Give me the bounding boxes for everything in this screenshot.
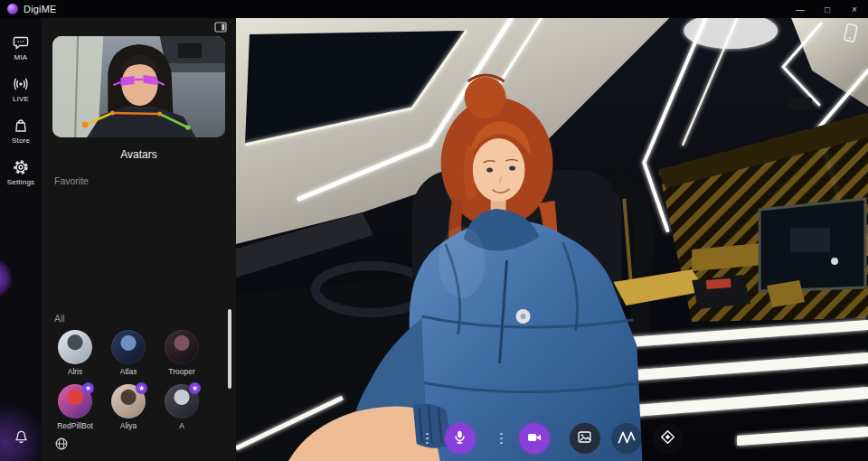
bell-icon: [14, 429, 29, 445]
avatar-item-a[interactable]: ★ A: [160, 384, 203, 430]
microphone-button[interactable]: [445, 423, 476, 454]
language-globe-icon[interactable]: [54, 437, 69, 455]
sidebar-label-store: Store: [12, 136, 30, 145]
scrollbar-thumb[interactable]: [228, 309, 231, 389]
avatar-item-aliya[interactable]: ★ Aliya: [107, 384, 150, 430]
effects-diamond-button[interactable]: [653, 423, 684, 454]
avatar-thumbnail: [165, 330, 199, 364]
sidebar-label-settings: Settings: [7, 178, 35, 186]
audio-wave-button[interactable]: [611, 423, 642, 454]
sidebar-item-mia[interactable]: MIA: [0, 27, 42, 69]
background-gallery-button[interactable]: [570, 423, 600, 454]
star-badge-icon: ★: [136, 382, 147, 394]
avatar-list: Alris Atlas Trooper ★ RedPillBot: [42, 330, 236, 430]
panel-header: [42, 18, 236, 34]
webcam-preview[interactable]: [52, 36, 225, 137]
app-window: DigiME — □ × MIA: [0, 0, 868, 461]
avatar-thumbnail: ★: [165, 384, 199, 419]
app-logo-icon: [7, 4, 18, 14]
avatar-item-redpillbot[interactable]: ★ RedPillBot: [53, 384, 97, 430]
camera-options-kebab-icon[interactable]: [495, 423, 508, 454]
star-badge-icon: ★: [82, 382, 94, 394]
chat-icon: [13, 34, 29, 51]
sidebar-item-settings[interactable]: Settings: [0, 152, 42, 193]
avatar-name: Atlas: [120, 367, 137, 376]
nav-sidebar: MIA LIVE: [0, 18, 42, 461]
window-controls: — □ ×: [787, 0, 868, 18]
scene-3d: [236, 18, 868, 461]
webcam-feed: [52, 36, 225, 137]
gear-icon: [13, 159, 29, 175]
titlebar: DigiME — □ ×: [0, 0, 868, 18]
viewport-3d: [236, 18, 868, 461]
mic-options-kebab-icon[interactable]: [421, 423, 434, 454]
microphone-icon: [452, 429, 467, 447]
collapse-panel-icon[interactable]: [214, 20, 227, 36]
favorite-empty-area: [42, 186, 236, 313]
avatar-item-trooper[interactable]: Trooper: [160, 330, 203, 376]
avatar-thumbnail: [111, 330, 146, 364]
avatar-name: Trooper: [168, 367, 194, 376]
store-bag-icon: [13, 118, 29, 134]
avatars-title: Avatars: [42, 148, 236, 161]
diamond-icon: [660, 429, 675, 447]
app-title: DigiME: [24, 4, 57, 14]
notifications-button[interactable]: [0, 422, 42, 452]
avatar-thumbnail: [58, 330, 92, 364]
avatar-name: RedPillBot: [57, 421, 93, 430]
avatar-thumbnail: ★: [58, 384, 92, 419]
star-badge-icon: ★: [189, 382, 201, 394]
waveform-icon: [618, 430, 636, 447]
broadcast-icon: [13, 76, 29, 92]
favorite-section-label: Favorite: [54, 175, 236, 186]
video-camera-icon: [526, 429, 542, 448]
avatar-panel: Avatars Favorite All Alris Atlas Trooper: [42, 18, 236, 461]
gallery-icon: [577, 429, 592, 447]
bottom-toolbar: [236, 423, 868, 454]
close-button[interactable]: ×: [841, 0, 868, 18]
sidebar-label-live: LIVE: [13, 95, 29, 103]
camera-button[interactable]: [519, 423, 550, 454]
all-section-label: All: [54, 313, 236, 324]
avatar-thumbnail: ★: [111, 384, 146, 419]
avatar-item-atlas[interactable]: Atlas: [107, 330, 150, 376]
avatar-name: Alris: [68, 367, 83, 376]
sidebar-item-live[interactable]: LIVE: [0, 69, 42, 110]
panel-footer: [42, 430, 236, 461]
avatar-name: A: [179, 421, 184, 430]
maximize-button[interactable]: □: [814, 0, 841, 18]
avatar-name: Aliya: [120, 421, 137, 430]
minimize-button[interactable]: —: [787, 0, 814, 18]
avatar-item-alris[interactable]: Alris: [53, 330, 97, 376]
sidebar-label-mia: MIA: [14, 53, 28, 61]
sidebar-item-store[interactable]: Store: [0, 110, 42, 152]
